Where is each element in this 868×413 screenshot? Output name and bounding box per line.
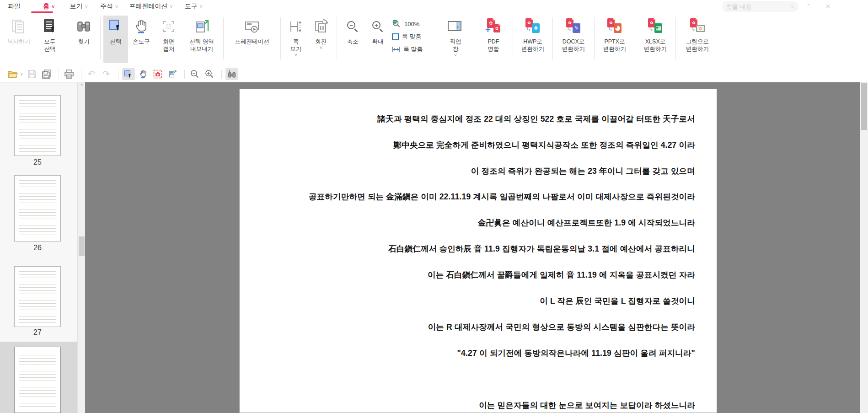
presentation-icon (243, 17, 261, 36)
select-all-button[interactable]: 모두 선택 (36, 16, 64, 63)
screen-capture-toggle[interactable] (151, 68, 164, 80)
menu-view[interactable]: 보기 ˅ (70, 0, 87, 13)
find-page-icon (227, 70, 236, 79)
find-previous-button[interactable]: ⌃ (804, 2, 813, 11)
zoom-in-button[interactable]: + 확대 (365, 16, 390, 63)
export-selection-icon (193, 17, 211, 36)
page-thumbnail[interactable] (14, 266, 61, 327)
fit-page-icon (392, 33, 399, 40)
ribbon-divider (513, 17, 513, 59)
capture-camera-icon (153, 70, 162, 79)
presentation-button[interactable]: 프레젠테이션 (226, 16, 278, 63)
save-button (26, 68, 38, 80)
fit-page-button[interactable]: 쪽 맞춤 (390, 31, 434, 42)
fit-width-button[interactable]: 폭 맞춤 (390, 44, 434, 55)
select-tool-toggle[interactable] (122, 68, 135, 80)
menu-view-label: 보기 (70, 2, 82, 11)
ribbon-divider (474, 17, 474, 59)
zoom-out-quick-button[interactable] (188, 68, 201, 80)
open-file-button[interactable] (6, 68, 19, 80)
capture-frame-icon (160, 17, 178, 36)
page-thumbnail[interactable] (14, 95, 61, 156)
redo-icon: ↷ (102, 70, 110, 78)
zoom-in-quick-button[interactable] (203, 68, 216, 80)
toolbar-divider (118, 70, 118, 79)
ribbon-divider (100, 17, 101, 59)
toolbar-divider (81, 70, 81, 79)
export-selection-button[interactable]: 선택 영역 내보내기 (183, 16, 220, 63)
undo-button: ↶ (85, 68, 98, 80)
screen-capture-button[interactable]: 화면 캡처 (155, 16, 183, 63)
chevron-down-icon: ˅ (454, 53, 457, 58)
menu-home-label: 홈 (43, 2, 49, 11)
find-input[interactable] (726, 3, 781, 10)
convert-docx-button[interactable]: ✿ ↳ ✎ DOCX로 변환하기 (556, 16, 591, 63)
main-scrollbar-thumb[interactable] (861, 83, 867, 130)
menu-home[interactable]: 홈 ˅ (43, 0, 54, 13)
toolbar-divider (221, 70, 222, 79)
convert-xlsx-icon: ✿ ↳ (646, 17, 664, 36)
select-all-icon (41, 17, 59, 36)
save-as-icon (42, 69, 52, 79)
scroll-up-icon[interactable]: ⌃ (78, 83, 86, 91)
work-pane-button[interactable]: › 작업 창 ˅ (440, 16, 471, 63)
menu-file[interactable]: 파일 (8, 0, 21, 13)
export-selection-toggle[interactable] (166, 68, 179, 80)
sidebar-scrollbar[interactable]: ⌃ (77, 82, 85, 413)
find-button[interactable]: 찾기 (70, 16, 97, 63)
ribbon-divider (552, 17, 553, 59)
convert-pptx-button[interactable]: ✿ ↳ PPTX로 변환하기 (597, 16, 632, 63)
main-scrollbar[interactable] (860, 82, 868, 413)
copy-icon (10, 17, 28, 36)
page-thumbnail-selected[interactable] (14, 347, 61, 413)
find-bar: ˅ (722, 1, 798, 12)
rotate-button[interactable]: 회전 ˅ (308, 16, 334, 63)
print-button[interactable] (63, 68, 75, 80)
ribbon-toolbar: 복사하기 모두 선택 찾기 (0, 13, 868, 66)
ribbon-divider (223, 17, 224, 59)
zoom-100-button[interactable]: 100 100% (390, 18, 434, 29)
hand-tool-toggle[interactable] (137, 68, 150, 80)
select-tool-button[interactable]: 선택 (103, 16, 128, 63)
chevron-down-icon: ˅ (200, 4, 203, 9)
convert-xlsx-button[interactable]: ✿ ↳ XLSX로 변환하기 (638, 16, 673, 63)
save-as-button[interactable] (40, 68, 53, 80)
chevron-down-icon[interactable]: ˅ (20, 72, 23, 77)
thumbnail-sidebar: 25 26 27 (0, 82, 77, 413)
find-page-toggle[interactable] (225, 68, 238, 80)
save-icon (27, 70, 37, 79)
find-close-button[interactable]: ✕ (823, 2, 832, 11)
toolbar-divider (184, 70, 185, 79)
page-number: 25 (14, 158, 61, 166)
ribbon-divider (280, 17, 281, 59)
menu-divider (30, 3, 30, 10)
menu-tools[interactable]: 도구 ˅ (185, 0, 203, 13)
redo-button: ↷ (100, 68, 113, 80)
chevron-down-icon: ˅ (85, 4, 87, 9)
pdf-app-window: 파일 홈 ˅ 보기 ˅ 주석 ˅ 프레젠테이션 ˅ 도구 ˅ ˅ ⌃ ✕ (0, 0, 868, 413)
sidebar-scrollbar-thumb[interactable] (79, 236, 85, 256)
folder-open-icon (8, 70, 18, 78)
convert-image-button[interactable]: ✿ ↳ ✿ 그림으로 변환하기 (679, 16, 716, 63)
page-thumbnail[interactable] (14, 175, 61, 241)
chevron-down-icon: ˅ (320, 46, 322, 50)
convert-pptx-icon: ✿ ↳ (605, 17, 624, 36)
undo-icon: ↶ (88, 70, 95, 78)
zoom-in-icon (205, 70, 214, 79)
ribbon-divider (337, 17, 337, 59)
convert-hwp-button[interactable]: ✿ ↳ 호 HWP로 변환하기 (516, 16, 550, 63)
zoom-100-icon: 100 (392, 19, 401, 28)
menu-annotation[interactable]: 주석 ˅ (100, 0, 118, 13)
hand-tool-button[interactable]: 손도구 (128, 16, 155, 63)
menu-presentation[interactable]: 프레젠테이션 ˅ (129, 0, 172, 13)
pdf-page[interactable]: 諸天과 평택의 중심지에 정조 22 대의 상징인 522 호로 국제를 이끌어… (239, 89, 717, 413)
zoom-in-icon: + (369, 17, 387, 36)
hand-icon (139, 70, 148, 79)
chevron-down-icon[interactable]: ˅ (791, 4, 794, 9)
chevron-down-icon: ˅ (170, 4, 172, 9)
pdf-merge-button[interactable]: ✿ + ✿ PDF 병합 (477, 16, 510, 63)
zoom-out-button[interactable]: − 축소 (340, 16, 365, 63)
page-number: 26 (14, 244, 61, 252)
doc-text-line: "4.27 이 되기전에 동방의작은나라에 11.19 심판이 울려 퍼지니라" (258, 348, 695, 359)
page-view-button[interactable]: 쪽 보기 ˅ (284, 16, 308, 63)
